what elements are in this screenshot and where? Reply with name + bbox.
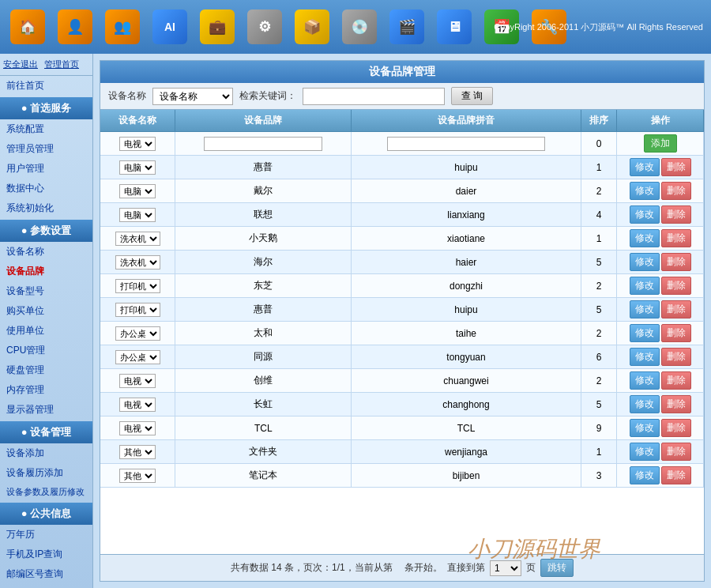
copyright-text: CopyRight 2006-2011 小刀源码™ All Rights Res… <box>494 21 703 33</box>
edit-button[interactable]: 修改 <box>630 229 660 247</box>
search-button[interactable]: 查 询 <box>451 87 493 105</box>
delete-button[interactable]: 删除 <box>661 395 691 413</box>
delete-button[interactable]: 删除 <box>661 419 691 437</box>
cell-brand: 文件夹 <box>175 440 352 464</box>
table-row: 电视0添加 <box>100 132 704 156</box>
cell-action: 修改删除 <box>617 156 704 179</box>
sidebar-item-devmodel[interactable]: 设备型号 <box>0 281 92 301</box>
edit-button[interactable]: 修改 <box>630 443 660 461</box>
sidebar-section-public: ● 公共信息 <box>0 503 92 525</box>
pinyin-input[interactable] <box>387 137 545 151</box>
sidebar-item-phoneip[interactable]: 手机及IP查询 <box>0 545 92 564</box>
search-input[interactable] <box>303 88 445 105</box>
sidebar-item-adminmgr[interactable]: 管理员管理 <box>0 139 92 159</box>
sidebar-admin-home[interactable]: 管理首页 <box>44 58 79 70</box>
sidebar-item-devadd[interactable]: 设备添加 <box>0 443 92 463</box>
edit-button[interactable]: 修改 <box>630 277 660 295</box>
delete-button[interactable]: 删除 <box>661 324 691 342</box>
cell-pinyin: daier <box>352 179 581 203</box>
toolbar-icon-monitor[interactable]: 🖥 <box>434 7 474 47</box>
search-field-select[interactable]: 设备名称 设备品牌 设备品牌拼音 <box>152 88 233 105</box>
sidebar-item-hdmgr[interactable]: 硬盘管理 <box>0 360 92 380</box>
toolbar-icon-people[interactable]: 👥 <box>103 7 142 47</box>
device-select[interactable]: 电脑 <box>119 160 156 175</box>
device-select[interactable]: 电脑 <box>119 184 156 198</box>
edit-button[interactable]: 修改 <box>630 348 660 366</box>
cell-brand: 长虹 <box>175 393 352 416</box>
edit-button[interactable]: 修改 <box>630 371 660 390</box>
edit-button[interactable]: 修改 <box>630 158 660 176</box>
toolbar-icon-home[interactable]: 🏠 <box>8 7 47 47</box>
device-select[interactable]: 其他 <box>119 469 156 483</box>
device-select[interactable]: 电视 <box>119 398 156 412</box>
add-button[interactable]: 添加 <box>644 134 677 153</box>
toolbar-icon-ai[interactable]: AI <box>150 7 190 47</box>
sidebar-item-zipcode[interactable]: 邮编区号查询 <box>0 564 92 584</box>
sidebar-item-devbrand[interactable]: 设备品牌 <box>0 262 92 281</box>
toolbar-icon-user[interactable]: 👤 <box>55 7 95 47</box>
delete-button[interactable]: 删除 <box>661 205 691 224</box>
edit-button[interactable]: 修改 <box>630 253 660 271</box>
device-select[interactable]: 电视 <box>119 137 156 151</box>
delete-button[interactable]: 删除 <box>661 182 691 200</box>
sidebar-item-useunit[interactable]: 使用单位 <box>0 321 92 341</box>
sidebar-item-devhistoryedit[interactable]: 设备参数及履历修改 <box>0 483 92 501</box>
sidebar-item-datacenter[interactable]: 数据中心 <box>0 179 92 198</box>
toolbar-icon-settings[interactable]: ⚙ <box>245 7 284 47</box>
sidebar-goto-home[interactable]: 前往首页 <box>0 76 92 96</box>
delete-button[interactable]: 删除 <box>661 466 691 484</box>
edit-button[interactable]: 修改 <box>630 182 660 200</box>
device-select[interactable]: 电视 <box>119 374 156 388</box>
toolbar-icon-box[interactable]: 📦 <box>292 7 332 47</box>
col-header-action: 操作 <box>617 110 704 132</box>
cell-pinyin: chuangwei <box>352 369 581 393</box>
jump-button[interactable]: 跳转 <box>540 559 574 577</box>
delete-button[interactable]: 删除 <box>661 253 691 271</box>
edit-button[interactable]: 修改 <box>630 300 660 318</box>
edit-button[interactable]: 修改 <box>630 205 660 224</box>
device-select[interactable]: 电视 <box>119 421 156 435</box>
delete-button[interactable]: 删除 <box>661 443 691 461</box>
delete-button[interactable]: 删除 <box>661 371 691 390</box>
device-select[interactable]: 电脑 <box>119 208 156 222</box>
device-select[interactable]: 其他 <box>119 445 156 459</box>
device-select[interactable]: 办公桌 <box>115 326 160 341</box>
delete-button[interactable]: 删除 <box>661 158 691 176</box>
toolbar-icon-video[interactable]: 🎬 <box>387 7 427 47</box>
edit-button[interactable]: 修改 <box>630 395 660 413</box>
data-table: 设备名称 设备品牌 设备品牌拼音 排序 操作 电视0添加电脑惠普huipu1修改… <box>100 110 704 488</box>
sidebar-item-purchaseunit[interactable]: 购买单位 <box>0 301 92 321</box>
sidebar-item-sysconfig[interactable]: 系统配置 <box>0 119 92 139</box>
sidebar-item-calendar[interactable]: 万年历 <box>0 525 92 545</box>
sidebar-item-devname[interactable]: 设备名称 <box>0 242 92 262</box>
table-row: 电脑戴尔daier2修改删除 <box>100 179 704 203</box>
sidebar-logout[interactable]: 安全退出 <box>3 58 38 70</box>
sidebar-item-devhistoryadd[interactable]: 设备履历添加 <box>0 463 92 483</box>
sidebar-item-cpumgr[interactable]: CPU管理 <box>0 341 92 360</box>
device-select[interactable]: 打印机 <box>115 279 160 293</box>
device-select[interactable]: 办公桌 <box>115 350 160 364</box>
page-select[interactable]: 1 <box>490 560 521 576</box>
sidebar-item-monitormgr[interactable]: 显示器管理 <box>0 400 92 420</box>
delete-button[interactable]: 删除 <box>661 348 691 366</box>
delete-button[interactable]: 删除 <box>661 229 691 247</box>
device-select[interactable]: 洗衣机 <box>115 232 160 246</box>
device-select[interactable]: 打印机 <box>115 303 160 317</box>
toolbar-icon-briefcase[interactable]: 💼 <box>198 7 237 47</box>
cell-action: 修改删除 <box>617 393 704 416</box>
delete-button[interactable]: 删除 <box>661 300 691 318</box>
toolbar-icon-disk[interactable]: 💿 <box>340 7 379 47</box>
sidebar-item-sysinit[interactable]: 系统初始化 <box>0 198 92 218</box>
brand-input[interactable] <box>204 137 322 151</box>
edit-button[interactable]: 修改 <box>630 324 660 342</box>
delete-button[interactable]: 删除 <box>661 277 691 295</box>
cell-action: 修改删除 <box>617 322 704 345</box>
device-select[interactable]: 洗衣机 <box>115 255 160 270</box>
edit-button[interactable]: 修改 <box>630 466 660 484</box>
main-table-container: 设备品牌管理 设备名称 设备名称 设备品牌 设备品牌拼音 检索关键词： 查 询 <box>100 60 705 582</box>
cell-device: 其他 <box>100 440 175 464</box>
cell-order: 5 <box>581 251 617 274</box>
sidebar-item-rammgr[interactable]: 内存管理 <box>0 380 92 400</box>
sidebar-item-usermgr[interactable]: 用户管理 <box>0 159 92 179</box>
edit-button[interactable]: 修改 <box>630 419 660 437</box>
